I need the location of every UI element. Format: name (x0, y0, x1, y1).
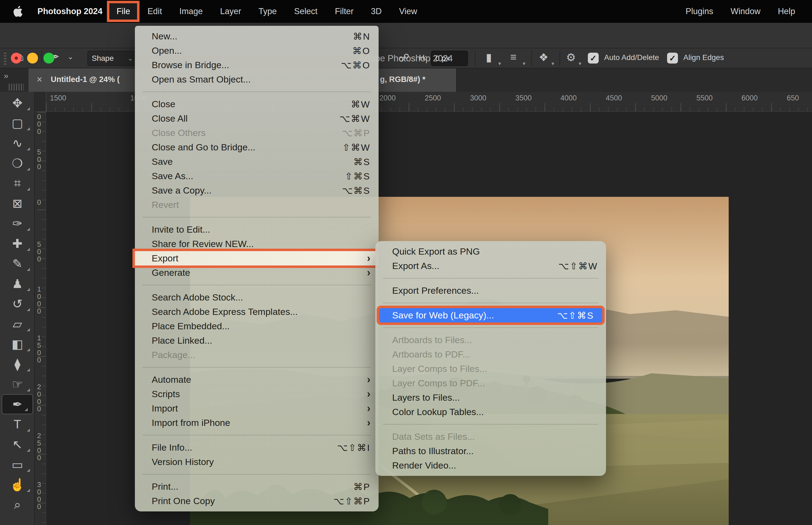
tools-panel: ✥▢∿❍⌗⊠✑✚✎♟↺▱◧⧫☞✒T↖▭☝⌕ (0, 92, 35, 525)
menu-item-layers-to-files[interactable]: Layers to Files... (376, 390, 606, 405)
move-tool[interactable]: ✥ (0, 93, 35, 113)
menu-item-shortcut: ⇧⌘W (342, 142, 370, 153)
menu-item-place-linked[interactable]: Place Linked... (135, 333, 379, 348)
menubar-item-file[interactable]: File (109, 3, 137, 19)
history-brush-tool[interactable]: ↺ (0, 294, 35, 314)
menu-item-place-embedded[interactable]: Place Embedded... (135, 319, 379, 333)
menu-item-label: Place Embedded... (152, 321, 230, 331)
history-brush-tool-icon: ↺ (12, 297, 22, 311)
menu-item-version-history[interactable]: Version History (135, 455, 379, 469)
menu-item-print[interactable]: Print...⌘P (135, 479, 379, 494)
menu-item-close-all[interactable]: Close All⌥⌘W (135, 111, 379, 126)
menu-bar-items: FileEditImageLayerTypeSelectFilter3DView (108, 3, 426, 19)
crop-tool[interactable]: ⌗ (0, 173, 35, 193)
smudge-tool[interactable]: ☞ (0, 374, 35, 394)
rectangle-tool[interactable]: ▭ (0, 454, 35, 475)
menu-item-close-and-go-to-bridge[interactable]: Close and Go to Bridge...⇧⌘W (135, 140, 379, 154)
object-selection-tool[interactable]: ❍ (0, 153, 35, 173)
menubar-item-3d[interactable]: 3D (364, 3, 389, 19)
menu-item-print-one-copy[interactable]: Print One Copy⌥⇧⌘P (135, 494, 379, 508)
menu-item-label: Invite to Edit... (152, 224, 210, 235)
clone-stamp-tool-icon: ♟ (12, 276, 23, 291)
path-selection-tool-icon: ↖ (12, 437, 22, 452)
menubar-item-window[interactable]: Window (723, 3, 767, 19)
menu-item-scripts[interactable]: Scripts› (135, 387, 379, 401)
menu-item-label: Save for Web (Legacy)... (392, 310, 494, 320)
eraser-tool[interactable]: ▱ (0, 314, 35, 334)
zoom-tool[interactable]: ⌕ (0, 495, 35, 515)
menu-item-close[interactable]: Close⌘W (135, 97, 379, 111)
menubar-item-image[interactable]: Image (172, 3, 210, 19)
marquee-tool[interactable]: ▢ (0, 113, 35, 133)
menu-item-browse-in-bridge[interactable]: Browse in Bridge...⌥⌘O (135, 58, 379, 72)
menu-item-close-others: Close Others⌥⌘P (135, 126, 379, 140)
clone-stamp-tool[interactable]: ♟ (0, 274, 35, 294)
ruler-label: 4500 (606, 94, 622, 102)
menu-item-label: Save a Copy... (152, 185, 212, 196)
menu-item-search-adobe-express-templates[interactable]: Search Adobe Express Templates... (135, 304, 379, 319)
tab-close-icon[interactable]: × (37, 74, 42, 85)
menu-item-revert: Revert (135, 198, 379, 212)
menu-item-automate[interactable]: Automate› (135, 372, 379, 387)
menu-item-search-adobe-stock[interactable]: Search Adobe Stock... (135, 290, 379, 304)
menu-item-file-info[interactable]: File Info...⌥⇧⌘I (135, 440, 379, 455)
menu-item-label: Layer Comps to PDF... (392, 378, 485, 388)
menu-item-import[interactable]: Import› (135, 401, 379, 416)
menu-item-save-a-copy[interactable]: Save a Copy...⌥⌘S (135, 183, 379, 198)
lasso-tool[interactable]: ∿ (0, 133, 35, 153)
menu-item-open[interactable]: Open...⌘O (135, 43, 379, 58)
menubar-item-type[interactable]: Type (251, 3, 284, 19)
hand-tool[interactable]: ☝ (0, 475, 35, 495)
menu-item-share-for-review-new[interactable]: Share for Review NEW... (135, 237, 379, 251)
menu-item-shortcut: ⌘S (353, 156, 370, 167)
type-tool[interactable]: T (0, 414, 35, 434)
menu-item-shortcut: ⌘O (353, 45, 370, 56)
panel-collapse-icon[interactable]: » (4, 71, 7, 80)
menubar-item-view[interactable]: View (392, 3, 424, 19)
vertical-ruler[interactable]: 000500050010001500200025003000 (35, 112, 46, 525)
menu-item-generate[interactable]: Generate› (135, 266, 379, 280)
menu-item-open-as-smart-object[interactable]: Open as Smart Object... (135, 72, 379, 87)
menu-item-paths-to-illustrator[interactable]: Paths to Illustrator... (376, 444, 606, 458)
menu-item-label: Close Others (152, 127, 205, 138)
menu-item-quick-export-as-png[interactable]: Quick Export as PNG (376, 244, 606, 259)
menubar-item-help[interactable]: Help (771, 3, 802, 19)
menu-item-save-as[interactable]: Save As...⇧⌘S (135, 169, 379, 183)
menubar-item-filter[interactable]: Filter (328, 3, 361, 19)
submenu-arrow-icon: › (367, 253, 370, 264)
file-menu-panel: New...⌘NOpen...⌘OBrowse in Bridge...⌥⌘OO… (135, 26, 379, 511)
menu-item-export-as[interactable]: Export As...⌥⇧⌘W (376, 259, 606, 273)
menu-item-invite-to-edit[interactable]: Invite to Edit... (135, 222, 379, 237)
ruler-label: 6000 (741, 94, 758, 102)
menu-item-label: Print... (152, 481, 178, 492)
menu-item-save-for-web-legacy[interactable]: Save for Web (Legacy)...⌥⇧⌘S (379, 308, 602, 322)
brush-tool[interactable]: ✎ (0, 254, 35, 274)
menu-item-new[interactable]: New...⌘N (135, 29, 379, 43)
menu-item-render-video[interactable]: Render Video... (376, 458, 606, 472)
tool-flyout-indicator (27, 348, 30, 351)
tool-flyout-indicator (27, 429, 30, 432)
eyedropper-tool[interactable]: ✑ (0, 213, 35, 234)
gradient-tool[interactable]: ◧ (0, 334, 35, 354)
frame-tool[interactable]: ⊠ (0, 193, 35, 213)
tool-flyout-indicator (27, 107, 30, 110)
menu-item-export-preferences[interactable]: Export Preferences... (376, 283, 606, 298)
apple-menu-icon[interactable] (13, 5, 25, 18)
menu-item-export[interactable]: Export› (135, 251, 379, 266)
healing-brush-tool[interactable]: ✚ (0, 234, 35, 254)
blur-tool[interactable]: ⧫ (0, 354, 35, 374)
menubar-item-plugins[interactable]: Plugins (678, 3, 720, 19)
tool-flyout-indicator (27, 268, 30, 271)
tool-flyout-indicator (27, 469, 30, 472)
menu-separator (135, 87, 379, 97)
menu-item-save[interactable]: Save⌘S (135, 154, 379, 169)
menubar-item-edit[interactable]: Edit (140, 3, 169, 19)
path-selection-tool[interactable]: ↖ (0, 434, 35, 454)
pen-tool[interactable]: ✒ (2, 394, 33, 414)
menu-item-import-from-iphone[interactable]: Import from iPhone› (135, 416, 379, 430)
menu-item-color-lookup-tables[interactable]: Color Lookup Tables... (376, 405, 606, 419)
menu-item-label: Browse in Bridge... (152, 60, 229, 70)
menubar-item-layer[interactable]: Layer (213, 3, 248, 19)
app-menu-title[interactable]: Photoshop 2024 (37, 6, 102, 16)
menubar-item-select[interactable]: Select (287, 3, 325, 19)
